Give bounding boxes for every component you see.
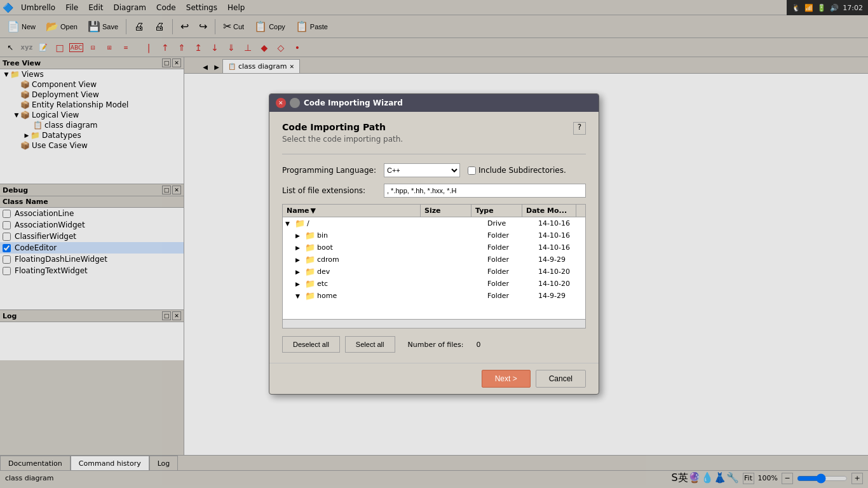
file-row-etc[interactable]: ▶ 📁 etc Folder 14-10-20 [283, 278, 585, 290]
sort-arrow: ▼ [311, 207, 316, 215]
boot-size [433, 247, 484, 248]
col-size[interactable]: Size [421, 205, 471, 217]
col-date-label: Date Mo... [526, 207, 567, 215]
boot-expand[interactable]: ▶ [295, 245, 303, 251]
home-date: 14-9-29 [534, 291, 585, 301]
select-deselect-row: Deselect all Select all Number of files:… [282, 336, 586, 353]
code-importing-dialog: ✕ Code Importing Wizard ? Code Importing… [269, 93, 599, 395]
root-type: Drive [484, 219, 534, 228]
bin-type: Folder [484, 231, 534, 240]
file-row-dev[interactable]: ▶ 📁 dev Folder 14-10-20 [283, 266, 585, 278]
file-row-bin[interactable]: ▶ 📁 bin Folder 14-10-16 [283, 229, 585, 241]
extensions-row: List of file extensions: [282, 184, 586, 198]
etc-folder-icon: 📁 [305, 279, 315, 288]
dev-folder-icon: 📁 [305, 267, 315, 276]
language-row: Programming Language: C++ Java Python PH… [282, 163, 586, 177]
file-browser-header: Name ▼ Size Type Date Mo... [283, 205, 585, 217]
root-date: 14-10-16 [534, 219, 585, 228]
home-folder-icon: 📁 [305, 291, 315, 301]
home-name: home [317, 292, 337, 300]
dialog-titlebar: ✕ Code Importing Wizard [269, 94, 599, 112]
bin-name: bin [317, 231, 328, 240]
dialog-min-btn[interactable] [290, 98, 300, 108]
etc-size [433, 283, 484, 285]
dialog-title: Code Importing Wizard [304, 98, 403, 107]
col-type[interactable]: Type [471, 205, 522, 217]
file-row-cdrom[interactable]: ▶ 📁 cdrom Folder 14-9-29 [283, 254, 585, 266]
cdrom-folder-icon: 📁 [305, 255, 315, 264]
dev-date: 14-10-20 [534, 267, 585, 276]
root-expand[interactable]: ▼ [285, 220, 293, 227]
etc-name: etc [317, 280, 328, 288]
dev-size [433, 271, 484, 273]
file-row-boot[interactable]: ▶ 📁 boot Folder 14-10-16 [283, 241, 585, 254]
boot-name: boot [317, 243, 333, 252]
num-files-label: Number of files: [408, 341, 464, 349]
file-row-home[interactable]: ▼ 📁 home Folder 14-9-29 [283, 290, 585, 302]
file-row-root[interactable]: ▼ 📁 / Drive 14-10-16 [283, 217, 585, 229]
cdrom-size [433, 259, 484, 261]
etc-expand[interactable]: ▶ [295, 281, 303, 287]
cdrom-expand[interactable]: ▶ [295, 257, 303, 263]
dialog-close-btn[interactable]: ✕ [276, 98, 286, 108]
lang-select[interactable]: C++ Java Python PHP [384, 163, 460, 177]
boot-date: 14-10-16 [534, 243, 585, 252]
separator [282, 154, 586, 154]
home-expand[interactable]: ▼ [295, 293, 303, 299]
select-all-button[interactable]: Select all [345, 336, 395, 353]
dialog-overlay: ✕ Code Importing Wizard ? Code Importing… [0, 0, 868, 488]
root-name: / [307, 219, 309, 227]
bin-folder-icon: 📁 [305, 231, 315, 240]
col-size-label: Size [424, 207, 441, 215]
boot-type: Folder [484, 243, 534, 252]
include-subdirs-label: Include Subdirectories. [478, 166, 566, 175]
dialog-section-header: ? Code Importing Path Select the code im… [282, 122, 586, 144]
etc-type: Folder [484, 279, 534, 288]
dev-type: Folder [484, 267, 534, 276]
etc-date: 14-10-20 [534, 279, 585, 288]
extensions-input[interactable] [384, 184, 586, 198]
dev-name: dev [317, 268, 330, 276]
col-name-label: Name [287, 207, 309, 215]
dev-expand[interactable]: ▶ [295, 269, 303, 275]
scrollbar-placeholder [576, 205, 585, 217]
cdrom-type: Folder [484, 255, 534, 264]
root-folder-icon: 📁 [295, 219, 305, 228]
bin-expand[interactable]: ▶ [295, 233, 303, 239]
root-size [433, 223, 484, 224]
bin-date: 14-10-16 [534, 231, 585, 240]
col-date[interactable]: Date Mo... [522, 205, 576, 217]
home-type: Folder [484, 291, 534, 301]
deselect-all-button[interactable]: Deselect all [282, 336, 340, 353]
next-button[interactable]: Next > [482, 370, 531, 388]
help-icon[interactable]: ? [573, 122, 586, 135]
cdrom-name: cdrom [317, 255, 339, 264]
col-type-label: Type [475, 207, 494, 215]
dialog-body: ? Code Importing Path Select the code im… [269, 112, 599, 363]
col-name[interactable]: Name ▼ [283, 205, 421, 217]
cdrom-date: 14-9-29 [534, 255, 585, 264]
include-subdirs-checkbox[interactable] [468, 166, 476, 175]
lang-label: Programming Language: [282, 166, 384, 175]
bin-size [433, 235, 484, 236]
include-subdirs-row: Include Subdirectories. [468, 166, 566, 175]
num-files-value: 0 [476, 341, 480, 349]
extensions-label: List of file extensions: [282, 186, 384, 195]
dialog-section-sub: Select the code importing path. [282, 135, 586, 144]
boot-folder-icon: 📁 [305, 243, 315, 252]
horizontal-scrollbar[interactable] [283, 319, 585, 328]
dialog-footer: Next > Cancel [269, 363, 599, 394]
file-rows: ▼ 📁 / Drive 14-10-16 ▶ 📁 bin [283, 217, 585, 319]
home-size [433, 295, 484, 297]
dialog-section-title: Code Importing Path [282, 122, 586, 132]
file-browser: Name ▼ Size Type Date Mo... [282, 204, 586, 329]
cancel-button[interactable]: Cancel [536, 370, 586, 388]
